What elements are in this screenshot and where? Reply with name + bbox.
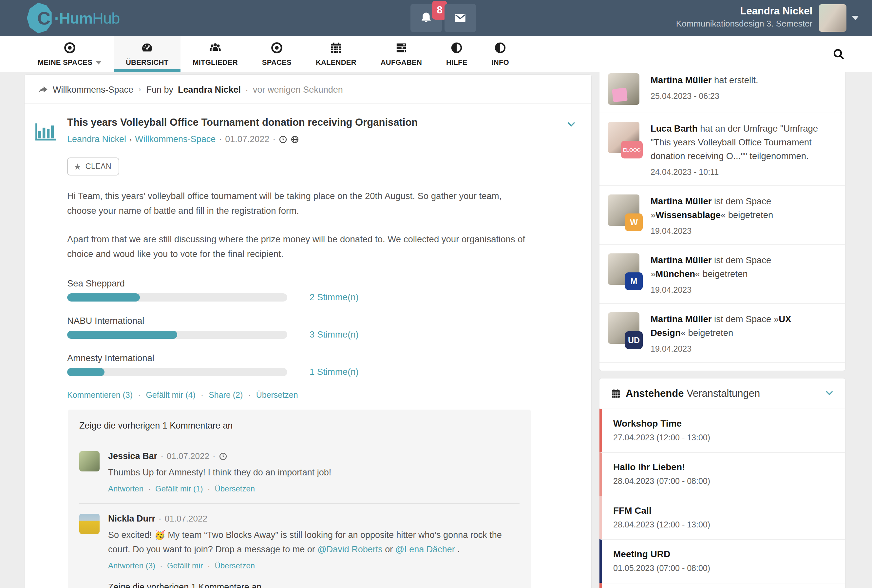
nav-hilfe[interactable]: HILFE [434, 36, 480, 72]
activity-avatar[interactable]: W [608, 195, 639, 226]
action-dot: · [160, 561, 162, 570]
humhub-logo[interactable]: C ·HumHub [27, 3, 120, 33]
comment-dot: · [159, 514, 161, 524]
collapse-events-button[interactable] [825, 388, 834, 399]
activity-item[interactable]: M Martina Müller ist dem Space »München«… [600, 244, 845, 303]
reply-link[interactable]: Antworten [108, 484, 143, 494]
commenter-avatar[interactable] [79, 451, 99, 471]
post-author-link[interactable]: Leandra Nickel [67, 134, 126, 144]
nav-info[interactable]: INFO [480, 36, 521, 72]
nav-uebersicht[interactable]: ÜBERSICHT [114, 36, 180, 72]
poll: Sea Sheppard 2 Stimme(n) NABU Internatio… [67, 278, 532, 377]
translate-link[interactable]: Übersetzen [215, 484, 255, 494]
event-item[interactable]: Hallo Ihr Lieben! 28.04.2023 (07:00 - 08… [600, 452, 845, 496]
activity-avatar[interactable] [608, 74, 639, 105]
breadcrumb-prefix: Fun by [146, 85, 173, 95]
caret-down-icon [96, 61, 102, 64]
user-avatar[interactable] [819, 4, 846, 32]
event-date: 27.04.2023 (12:00 - 13:00) [613, 433, 834, 442]
poll-bar-track [67, 293, 287, 302]
breadcrumb-author-link[interactable]: Leandra Nickel [178, 85, 241, 95]
post-card: Willkommens-Space › Fun by Leandra Nicke… [24, 75, 591, 588]
tasks-icon [395, 41, 408, 54]
action-dot: · [138, 390, 141, 400]
comment-text: So excited! 🥳 My team “Two Blocks Away” … [108, 528, 511, 556]
activity-user-link[interactable]: Martina Müller [651, 314, 711, 324]
activity-date: 19.04.2023 [651, 284, 823, 295]
nav-meine-spaces[interactable]: MEINE SPACES [26, 36, 114, 72]
humhub-logo-icon: C [27, 3, 55, 33]
activity-item[interactable]: ELOOG Luca Barth hat an der Umfrage "Umf… [600, 112, 845, 185]
post-date: 01.07.2022 [225, 134, 269, 144]
share-link[interactable]: Share (2) [209, 390, 243, 400]
action-dot: · [248, 390, 251, 400]
notifications-button[interactable]: 8 [410, 4, 442, 32]
users-icon [209, 41, 222, 54]
mention-link[interactable]: @David Roberts [317, 544, 382, 554]
nav-kalender[interactable]: KALENDER [304, 36, 368, 72]
activity-user-link[interactable]: Martina Müller [651, 75, 711, 85]
user-menu-caret-icon[interactable] [852, 16, 859, 20]
mention-link[interactable]: @Lena Dächer [395, 544, 455, 554]
nav-spaces[interactable]: SPACES [250, 36, 304, 72]
reply-link[interactable]: Antworten (3) [108, 561, 155, 570]
commenter-name-link[interactable]: Nickla Durr [108, 514, 155, 524]
event-item[interactable]: Workshop Time [600, 583, 845, 588]
show-previous-comments-link[interactable]: Zeige die vorherigen 1 Kommentare an [79, 421, 520, 431]
poll-votes-link[interactable]: 3 Stimme(n) [310, 329, 359, 340]
poll-option: Amnesty International 1 Stimme(n) [67, 353, 532, 377]
commenter-name-link[interactable]: Jessica Bar [108, 451, 157, 461]
comment: Jessica Bar · 01.07.2022 · Thumbs Up for… [79, 441, 520, 494]
breadcrumb-dot: · [245, 85, 248, 95]
event-date: 28.04.2023 (07:00 - 08:00) [613, 476, 834, 486]
activity-avatar[interactable]: M [608, 254, 639, 285]
activity-avatar[interactable]: ELOOG [608, 122, 639, 153]
show-previous-replies-link[interactable]: Zeige die vorherigen 1 Kommentare an [108, 582, 520, 588]
post-title: This years Volleyball Office Tournament … [67, 116, 563, 129]
activity-user-link[interactable]: Luca Barth [651, 123, 698, 134]
activity-date: 24.04.2023 - 10:11 [651, 166, 823, 177]
user-subtitle: Kommunikationsdesign 3. Semester [676, 18, 812, 30]
post-paragraph: Hi Team, this years’ volleyball office t… [67, 189, 529, 218]
event-item[interactable]: FFM Call 28.04.2023 (12:00 - 13:00) [600, 496, 845, 539]
collapse-post-button[interactable] [563, 116, 578, 144]
clock-icon [279, 135, 287, 144]
search-button[interactable] [832, 36, 845, 72]
activity-avatar[interactable]: UD [608, 312, 639, 344]
event-item[interactable]: Meeting URD 01.05.2023 (07:00 - 08:00) [600, 539, 845, 583]
translate-link[interactable]: Übersetzen [215, 561, 255, 570]
nav-mitglieder[interactable]: MITGLIEDER [180, 36, 250, 72]
breadcrumb-space-link[interactable]: Willkommens-Space [53, 85, 133, 95]
nav-aufgaben[interactable]: AUFGABEN [368, 36, 434, 72]
like-link[interactable]: Gefällt mir [167, 561, 203, 570]
like-link[interactable]: Gefällt mir (1) [155, 484, 203, 494]
like-link[interactable]: Gefällt mir (4) [146, 390, 195, 400]
post-space-link[interactable]: Willkommens-Space [135, 134, 215, 144]
space-badge: ELOOG [621, 141, 643, 159]
dot-circle-icon [63, 41, 76, 54]
activity-item[interactable]: UD Martina Müller ist dem Space »UX Desi… [600, 303, 845, 362]
activity-user-link[interactable]: Martina Müller [651, 255, 711, 265]
activity-user-link[interactable]: Martina Müller [651, 196, 711, 206]
commenter-avatar[interactable] [79, 514, 99, 534]
user-menu[interactable]: Leandra Nickel Kommunikationsdesign 3. S… [676, 4, 812, 30]
action-dot: · [201, 390, 203, 400]
calendar-icon [610, 388, 621, 399]
clock-icon [219, 452, 227, 460]
share-arrow-icon [38, 84, 48, 95]
upcoming-events-panel: Anstehende Veranstaltungen Workshop Time… [600, 378, 845, 588]
comment-link[interactable]: Kommentieren (3) [67, 390, 133, 400]
activity-date: 25.04.2023 - 06:23 [651, 90, 823, 102]
messages-button[interactable] [445, 4, 476, 32]
poll-votes-link[interactable]: 1 Stimme(n) [310, 367, 359, 377]
activity-item[interactable]: Martina Müller ist dem Space »Gestalt… [600, 362, 845, 370]
activity-item[interactable]: W Martina Müller ist dem Space »Wissensa… [600, 185, 845, 244]
clean-badge: ★ CLEAN [67, 158, 119, 176]
calendar-icon [329, 41, 343, 54]
translate-link[interactable]: Übersetzen [256, 390, 298, 400]
post-paragraph: Apart from that we are still discussing … [67, 232, 529, 261]
poll-votes-link[interactable]: 2 Stimme(n) [310, 292, 359, 303]
activity-stream-panel: Martina Müller hat erstellt. 25.04.2023 … [600, 65, 845, 370]
event-item[interactable]: Workshop Time 27.04.2023 (12:00 - 13:00) [600, 409, 845, 452]
meta-dot: · [272, 134, 275, 144]
